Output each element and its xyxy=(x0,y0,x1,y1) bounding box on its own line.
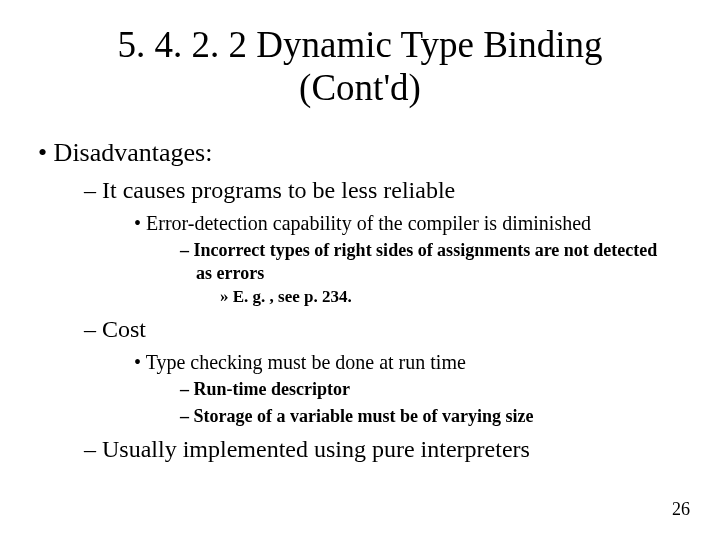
bullet-runtime-typecheck: Type checking must be done at run time xyxy=(0,350,720,374)
bullet-error-detection: Error-detection capability of the compil… xyxy=(0,211,720,235)
bullet-runtime-descriptor: Run-time descriptor xyxy=(0,378,720,401)
title-line-2: (Cont'd) xyxy=(299,67,421,108)
bullet-disadvantages: Disadvantages: xyxy=(0,137,720,168)
bullet-pure-interpreters: Usually implemented using pure interpret… xyxy=(0,435,720,464)
bullet-less-reliable: It causes programs to be less reliable xyxy=(0,176,720,205)
bullet-example-ref: E. g. , see p. 234. xyxy=(0,287,720,307)
title-line-1: 5. 4. 2. 2 Dynamic Type Binding xyxy=(118,24,603,65)
page-number: 26 xyxy=(672,499,690,520)
bullet-cost: Cost xyxy=(0,315,720,344)
content-outline: Disadvantages: It causes programs to be … xyxy=(0,137,720,464)
bullet-incorrect-types: Incorrect types of right sides of assign… xyxy=(0,239,720,284)
slide: 5. 4. 2. 2 Dynamic Type Binding (Cont'd)… xyxy=(0,0,720,540)
bullet-varying-storage: Storage of a variable must be of varying… xyxy=(0,405,720,428)
slide-title: 5. 4. 2. 2 Dynamic Type Binding (Cont'd) xyxy=(0,0,720,127)
